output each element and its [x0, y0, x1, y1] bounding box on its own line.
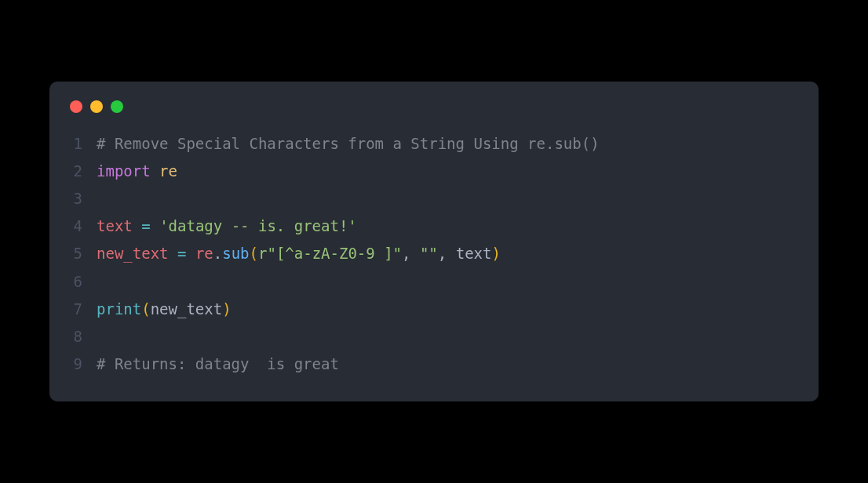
traffic-lights — [49, 100, 819, 130]
code-content: # Remove Special Characters from a Strin… — [97, 130, 600, 158]
space — [186, 245, 195, 262]
space — [169, 245, 177, 262]
code-window: 1 # Remove Special Characters from a Str… — [49, 82, 819, 401]
module-ref: re — [195, 245, 213, 262]
close-icon[interactable] — [70, 100, 82, 113]
string-literal: r"[^a-zA-Z0-9 ]" — [258, 245, 402, 262]
variable: text — [97, 217, 133, 234]
zoom-icon[interactable] — [111, 100, 123, 113]
operator: = — [177, 245, 186, 262]
comma: , — [402, 245, 420, 262]
code-content: print(new_text) — [97, 296, 232, 323]
line-number: 7 — [70, 296, 97, 323]
line-number: 4 — [70, 212, 97, 240]
line-number: 9 — [70, 350, 97, 378]
code-content: text = 'datagy -- is. great!' — [97, 212, 357, 240]
code-line: 4 text = 'datagy -- is. great!' — [49, 212, 819, 240]
module-name: re — [159, 162, 177, 180]
code-content: new_text = re.sub(r"[^a-zA-Z0-9 ]", "", … — [97, 240, 501, 267]
code-line: 6 — [49, 268, 819, 296]
paren-close: ) — [222, 300, 231, 318]
operator: = — [141, 217, 150, 234]
space — [151, 217, 159, 234]
paren-open: ( — [250, 245, 258, 262]
code-line: 1 # Remove Special Characters from a Str… — [49, 130, 819, 158]
code-content: import re — [97, 158, 177, 185]
argument: new_text — [151, 300, 223, 318]
builtin-function: print — [97, 300, 141, 318]
line-number: 2 — [70, 158, 97, 185]
code-editor[interactable]: 1 # Remove Special Characters from a Str… — [49, 130, 819, 378]
import-keyword: import — [97, 162, 151, 180]
string-literal: 'datagy -- is. great!' — [159, 217, 357, 234]
line-number: 8 — [70, 323, 97, 350]
code-line: 8 — [49, 323, 819, 350]
line-number: 3 — [70, 185, 97, 212]
comment: # Remove Special Characters from a Strin… — [97, 135, 600, 152]
dot: . — [213, 245, 222, 262]
comma: , — [438, 245, 456, 262]
code-content: # Returns: datagy is great — [97, 350, 339, 378]
line-number: 5 — [70, 240, 97, 267]
paren-close: ) — [491, 245, 500, 262]
line-number: 6 — [70, 268, 97, 296]
space — [151, 162, 159, 180]
code-line: 9 # Returns: datagy is great — [49, 350, 819, 378]
variable: new_text — [97, 245, 169, 262]
code-line: 5 new_text = re.sub(r"[^a-zA-Z0-9 ]", ""… — [49, 240, 819, 267]
paren-open: ( — [141, 300, 150, 318]
minimize-icon[interactable] — [90, 100, 103, 113]
code-line: 7 print(new_text) — [49, 296, 819, 323]
argument: text — [456, 245, 492, 262]
line-number: 1 — [70, 130, 97, 158]
code-line: 3 — [49, 185, 819, 212]
space — [133, 217, 141, 234]
comment: # Returns: datagy is great — [97, 355, 339, 372]
function-call: sub — [222, 245, 249, 262]
code-line: 2 import re — [49, 158, 819, 185]
string-literal: "" — [420, 245, 438, 262]
